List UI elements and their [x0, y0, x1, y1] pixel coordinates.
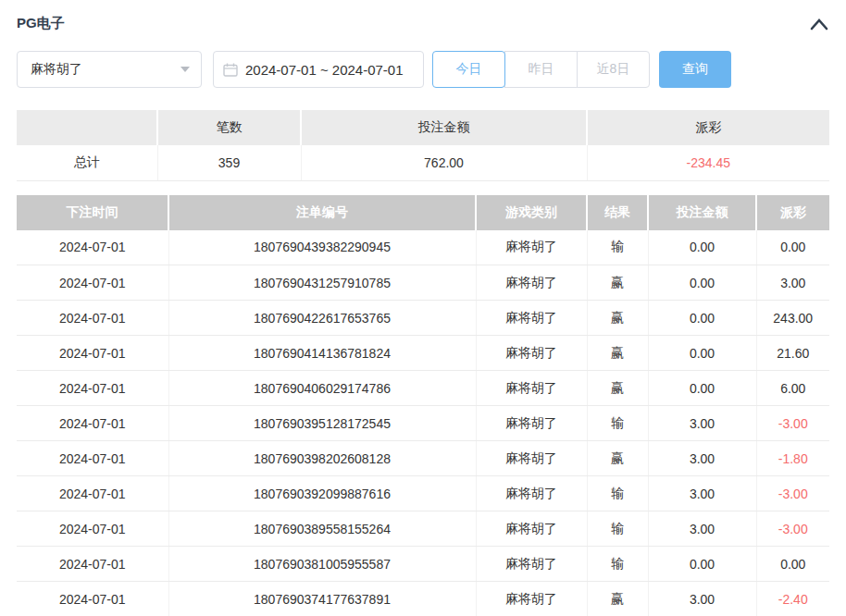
cell-bet-amount: 0.00: [648, 265, 756, 301]
cell-result: 赢: [587, 301, 648, 336]
cell-bet-amount: 0.00: [648, 371, 756, 406]
col-header-order-no: 注单编号: [168, 195, 476, 230]
search-button[interactable]: 查询: [659, 51, 731, 88]
cell-bet-time: 2024-07-01: [17, 230, 168, 265]
cell-bet-amount: 0.00: [648, 336, 756, 371]
col-header-bet-amount: 投注金额: [648, 195, 756, 230]
cell-game-type: 麻将胡了: [476, 582, 587, 616]
cell-game-type: 麻将胡了: [476, 476, 587, 511]
cell-order-no: 1807690439382290945: [168, 230, 476, 265]
cell-result: 赢: [587, 371, 648, 406]
cell-order-no: 1807690406029174786: [168, 371, 476, 406]
summary-table: 笔数 投注金额 派彩 总计 359 762.00 -234.45: [17, 110, 829, 181]
cell-result: 输: [587, 406, 648, 441]
cell-bet-time: 2024-07-01: [17, 547, 168, 582]
cell-payout: -3.00: [756, 476, 829, 511]
table-row: 2024-07-01 1807690406029174786 麻将胡了 赢 0.…: [17, 371, 829, 406]
cell-order-no: 1807690389558155264: [168, 511, 476, 547]
collapse-button[interactable]: [809, 17, 829, 31]
summary-header-count: 笔数: [157, 110, 301, 145]
game-select[interactable]: 麻将胡了: [17, 51, 202, 88]
table-row: 2024-07-01 1807690414136781824 麻将胡了 赢 0.…: [17, 336, 829, 371]
table-row: 2024-07-01 1807690389558155264 麻将胡了 输 3.…: [17, 511, 829, 547]
cell-result: 赢: [587, 582, 648, 616]
cell-game-type: 麻将胡了: [476, 265, 587, 301]
records-header-row: 下注时间 注单编号 游戏类别 结果 投注金额 派彩: [17, 195, 829, 230]
summary-total-row: 总计 359 762.00 -234.45: [17, 145, 829, 180]
game-select-value: 麻将胡了: [31, 61, 82, 78]
cell-bet-time: 2024-07-01: [17, 371, 168, 406]
date-range-input[interactable]: 2024-07-01 ~ 2024-07-01: [213, 51, 424, 88]
records-table: 下注时间 注单编号 游戏类别 结果 投注金额 派彩 2024-07-01 180…: [17, 195, 829, 616]
cell-order-no: 1807690431257910785: [168, 265, 476, 301]
cell-game-type: 麻将胡了: [476, 547, 587, 582]
cell-bet-time: 2024-07-01: [17, 301, 168, 336]
cell-game-type: 麻将胡了: [476, 301, 587, 336]
cell-game-type: 麻将胡了: [476, 511, 587, 547]
cell-order-no: 1807690414136781824: [168, 336, 476, 371]
cell-bet-time: 2024-07-01: [17, 582, 168, 616]
summary-header-blank: [17, 110, 157, 145]
cell-payout: -1.80: [756, 441, 829, 476]
cell-game-type: 麻将胡了: [476, 336, 587, 371]
today-button[interactable]: 今日: [432, 51, 505, 88]
col-header-bet-time: 下注时间: [17, 195, 168, 230]
cell-order-no: 1807690395128172545: [168, 406, 476, 441]
cell-payout: 6.00: [756, 371, 829, 406]
summary-total-bet-amount: 762.00: [301, 145, 587, 180]
cell-result: 输: [587, 511, 648, 547]
cell-bet-time: 2024-07-01: [17, 406, 168, 441]
yesterday-button[interactable]: 昨日: [504, 51, 578, 88]
cell-result: 赢: [587, 336, 648, 371]
table-row: 2024-07-01 1807690439382290945 麻将胡了 输 0.…: [17, 230, 829, 265]
cell-bet-time: 2024-07-01: [17, 336, 168, 371]
cell-payout: 21.60: [756, 336, 829, 371]
cell-bet-amount: 3.00: [648, 476, 756, 511]
summary-header-bet-amount: 投注金额: [301, 110, 587, 145]
cell-game-type: 麻将胡了: [476, 406, 587, 441]
page-title: PG电子: [17, 15, 65, 32]
cell-bet-amount: 3.00: [648, 582, 756, 616]
table-row: 2024-07-01 1807690431257910785 麻将胡了 赢 0.…: [17, 265, 829, 301]
summary-total-count: 359: [157, 145, 301, 180]
panel-header: PG电子: [0, 0, 846, 32]
toolbar: 麻将胡了 2024-07-01 ~ 2024-07-01 今日 昨日 近8日 查…: [17, 51, 829, 88]
table-row: 2024-07-01 1807690374177637891 麻将胡了 赢 3.…: [17, 582, 829, 616]
chevron-down-icon: [180, 67, 190, 72]
cell-result: 输: [587, 230, 648, 265]
cell-game-type: 麻将胡了: [476, 371, 587, 406]
cell-payout: 3.00: [756, 265, 829, 301]
cell-payout: 0.00: [756, 547, 829, 582]
table-row: 2024-07-01 1807690395128172545 麻将胡了 输 3.…: [17, 406, 829, 441]
cell-game-type: 麻将胡了: [476, 441, 587, 476]
calendar-icon: [223, 63, 238, 77]
cell-bet-time: 2024-07-01: [17, 265, 168, 301]
cell-game-type: 麻将胡了: [476, 230, 587, 265]
cell-payout: -2.40: [756, 582, 829, 616]
cell-payout: -3.00: [756, 406, 829, 441]
date-range-value: 2024-07-01 ~ 2024-07-01: [245, 62, 404, 78]
cell-order-no: 1807690422617653765: [168, 301, 476, 336]
cell-bet-time: 2024-07-01: [17, 511, 168, 547]
cell-bet-amount: 0.00: [648, 301, 756, 336]
cell-bet-time: 2024-07-01: [17, 441, 168, 476]
table-row: 2024-07-01 1807690398202608128 麻将胡了 赢 3.…: [17, 441, 829, 476]
cell-payout: 0.00: [756, 230, 829, 265]
quick-date-button-group: 今日 昨日 近8日: [432, 51, 650, 88]
summary-total-label: 总计: [17, 145, 157, 180]
cell-bet-amount: 3.00: [648, 441, 756, 476]
cell-result: 赢: [587, 265, 648, 301]
summary-header-payout: 派彩: [587, 110, 829, 145]
cell-bet-amount: 0.00: [648, 230, 756, 265]
cell-order-no: 1807690392099887616: [168, 476, 476, 511]
cell-order-no: 1807690374177637891: [168, 582, 476, 616]
cell-bet-amount: 3.00: [648, 406, 756, 441]
table-row: 2024-07-01 1807690392099887616 麻将胡了 输 3.…: [17, 476, 829, 511]
panel: PG电子 麻将胡了 2024-07-01 ~ 2024-0: [0, 0, 846, 616]
col-header-result: 结果: [587, 195, 648, 230]
cell-order-no: 1807690398202608128: [168, 441, 476, 476]
cell-bet-amount: 3.00: [648, 511, 756, 547]
col-header-game-type: 游戏类别: [476, 195, 587, 230]
last-8-days-button[interactable]: 近8日: [577, 51, 650, 88]
summary-header-row: 笔数 投注金额 派彩: [17, 110, 829, 145]
